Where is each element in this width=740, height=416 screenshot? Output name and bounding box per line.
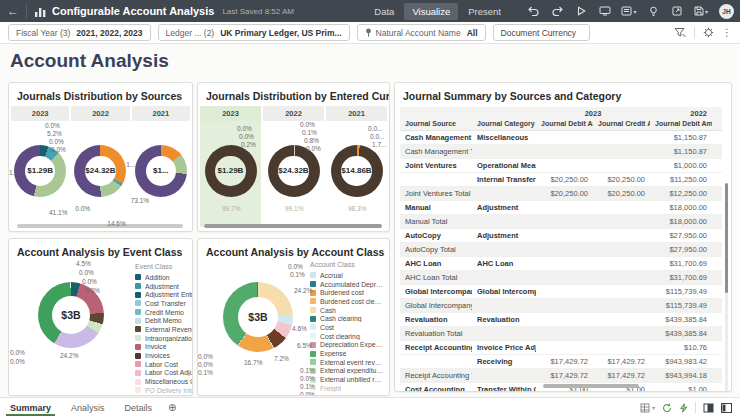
table-row[interactable]: Receipt AccountingInvoice Price Adjust$1… — [400, 341, 722, 355]
back-arrow-icon[interactable]: ← — [0, 4, 26, 18]
donut-cell-2021[interactable]: $1...73.1% — [132, 121, 190, 227]
table-row-total[interactable]: Global Intercompany Total$115,739.49 — [400, 299, 722, 313]
legend-item[interactable]: Freight — [310, 384, 384, 393]
legend-item[interactable]: Intraorganization Tra... — [135, 334, 193, 343]
insights-bulb-icon[interactable] — [643, 3, 663, 19]
table-row-total[interactable]: AutoCopy Total$27,950.00 — [400, 243, 722, 257]
donut-chart-account-class[interactable]: $3B — [223, 282, 293, 352]
panel-journals-by-currency[interactable]: Journals Distribution by Entered Currenc… — [197, 82, 390, 232]
filter-chip-document-currency[interactable]: Document Currency — [493, 24, 591, 41]
tab-present[interactable]: Present — [460, 3, 509, 20]
legend-item[interactable]: Credit Memo — [135, 308, 193, 317]
donut-cell-2022[interactable]: $24.32B0.0%0.1%0.8%0.0%99.1% — [263, 121, 324, 227]
layout-expanded-icon[interactable] — [703, 403, 714, 413]
table-row[interactable]: AutoCopyAdjustment$27,950.00 — [400, 229, 722, 243]
table-row[interactable]: Receiving$17,429.72$17,429.72$943,983.42 — [400, 355, 722, 369]
table-row[interactable]: RevaluationRevaluation$439,385.84 — [400, 313, 722, 327]
table-row-total[interactable]: AHC Loan Total$31,700.69 — [400, 271, 722, 285]
data-settings-icon[interactable] — [703, 27, 714, 38]
donut-cell-2021[interactable]: $14.86B0.0...0.0...1.7...98.3% — [326, 121, 387, 227]
canvas-tab-analysis[interactable]: Analysis — [61, 398, 115, 416]
col-credit-2023[interactable]: Journal Credit Amount (Accounted) — [593, 118, 650, 131]
table-row-total[interactable]: Joint Ventures Total$20,250.00$20,250.00… — [400, 187, 722, 201]
legend-item[interactable]: Depreciation Expense — [310, 341, 384, 350]
legend-item[interactable]: PO Delivery Into Inve... — [135, 386, 193, 395]
legend-item[interactable]: Adjustment Entry — [135, 290, 193, 299]
horizontal-scrollbar[interactable] — [204, 224, 382, 228]
panel-event-class[interactable]: Account Analysis by Event Class $3B 4.5%… — [8, 238, 193, 396]
canvas-tab-summary[interactable]: Summary — [0, 398, 61, 416]
col-debit-2022[interactable]: Journal Debit Amount (Accounted)▲ — [650, 118, 712, 131]
preview-play-icon[interactable] — [571, 3, 591, 19]
donut-chart[interactable]: $14.86B — [331, 145, 383, 197]
legend-item[interactable]: Invoices — [135, 351, 193, 360]
legend-item[interactable]: Cost — [310, 323, 384, 332]
legend-item[interactable]: Cash clearing — [310, 314, 384, 323]
filter-chip-fiscal-year[interactable]: Fiscal Year (3) 2021, 2022, 2023 — [8, 24, 151, 41]
legend-item[interactable]: Addition — [135, 273, 193, 282]
panel-account-class[interactable]: Account Analysis by Account Class $3B 0.… — [197, 238, 390, 396]
avatar[interactable]: JH — [719, 4, 734, 19]
notes-list-icon[interactable]: ▾ — [619, 3, 639, 19]
legend-item[interactable]: External Revenue — [135, 325, 193, 334]
redo-icon[interactable] — [547, 3, 567, 19]
table-row[interactable]: Internal Transfer$20,250.00$20,250.00$11… — [400, 173, 722, 187]
auto-insights-icon[interactable] — [679, 403, 688, 413]
donut-chart[interactable]: $1.29B — [205, 145, 257, 197]
donut-chart[interactable]: $24.32B — [74, 145, 126, 197]
filter-chip-natural-account[interactable]: Natural Account Name All — [357, 24, 486, 41]
col-journal-source[interactable]: Journal Source — [400, 118, 472, 131]
vertical-scrollbar[interactable] — [725, 183, 728, 392]
legend-item[interactable]: Cost clearing — [310, 332, 384, 341]
present-screen-icon[interactable] — [595, 3, 615, 19]
panel-journals-by-sources[interactable]: Journals Distribution by Sources 2023 20… — [8, 82, 193, 232]
legend-item[interactable]: Cost Transfer — [135, 299, 193, 308]
legend-item[interactable]: Debit Memo — [135, 316, 193, 325]
layout-split-icon[interactable] — [721, 403, 732, 413]
donut-cell-2023[interactable]: $1.29B0.0%5.2%0.0%0.0%41.1%1... — [11, 121, 69, 227]
legend-item[interactable]: Burdened cost — [310, 288, 384, 297]
tab-visualize[interactable]: Visualize — [404, 3, 458, 20]
donut-chart[interactable]: $1... — [135, 145, 187, 197]
table-row[interactable]: Global IntercompanyGlobal Intercompany$1… — [400, 285, 722, 299]
table-row[interactable]: Cash ManagementMiscellaneous$1,150.87 — [400, 131, 722, 145]
save-icon[interactable]: ▾ — [691, 3, 711, 19]
open-window-icon[interactable] — [667, 3, 687, 19]
panel-journal-summary-table[interactable]: Journal Summary by Sources and Category … — [394, 82, 732, 392]
table-row[interactable]: ManualAdjustment$18,000.00 — [400, 201, 722, 215]
col-debit-2023[interactable]: Journal Debit Amount (Accounted) — [536, 118, 593, 131]
refresh-data-icon[interactable] — [662, 403, 672, 413]
table-row-total[interactable]: Revaluation Total$439,385.84 — [400, 327, 722, 341]
legend-item[interactable]: External unbilled rece... — [310, 375, 384, 384]
table-row-total[interactable]: Receipt Accounting Total$17,429.72$17,42… — [400, 369, 722, 383]
legend-item[interactable]: External expenditure ... — [310, 367, 384, 376]
donut-cell-2022[interactable]: $24.32B1...0.0%14.6% — [71, 121, 129, 227]
legend-item[interactable]: Accumulated Depreci... — [310, 280, 384, 289]
kebab-menu-icon[interactable]: ⋮ — [722, 28, 732, 38]
legend-item[interactable]: External event revenue — [310, 358, 384, 367]
filter-chip-ledger[interactable]: Ledger ... (2) UK Primary Ledger, US Pri… — [158, 24, 350, 41]
donut-cell-2023-selected[interactable]: $1.29B0.0%0.0%0.2%99.7% — [200, 121, 261, 227]
table-row-total[interactable]: Manual Total$18,000.00 — [400, 215, 722, 229]
table-row[interactable]: Joint VenturesOperational Measure$1,000.… — [400, 159, 722, 173]
add-canvas-icon[interactable]: ⊕ — [168, 402, 176, 413]
legend-item[interactable]: Cash — [310, 306, 384, 315]
legend-item[interactable]: Miscellaneous Cost — [135, 377, 193, 386]
legend-item[interactable]: Labor Cost Adjustment — [135, 369, 193, 378]
legend-item[interactable]: Accrual — [310, 271, 384, 280]
horizontal-scrollbar[interactable] — [17, 224, 183, 228]
horizontal-scrollbar[interactable] — [543, 384, 639, 388]
undo-icon[interactable] — [523, 3, 543, 19]
tab-data[interactable]: Data — [366, 3, 402, 20]
legend-item[interactable]: Invoice — [135, 343, 193, 352]
legend-item[interactable]: Burdened cost clearing — [310, 297, 384, 306]
table-row-total[interactable]: Cash Management Total$1,150.87 — [400, 145, 722, 159]
canvas-tab-details[interactable]: Details — [115, 398, 163, 416]
donut-chart[interactable]: $24.32B — [268, 145, 320, 197]
legend-item[interactable]: Labor Cost — [135, 360, 193, 369]
table-row[interactable]: AHC LoanAHC Loan$31,700.69 — [400, 257, 722, 271]
canvas-grid-icon[interactable]: ▾ — [640, 403, 655, 413]
col-journal-category[interactable]: Journal Category — [472, 118, 536, 131]
filter-off-icon[interactable] — [674, 27, 686, 38]
legend-item[interactable]: Adjustment — [135, 282, 193, 291]
